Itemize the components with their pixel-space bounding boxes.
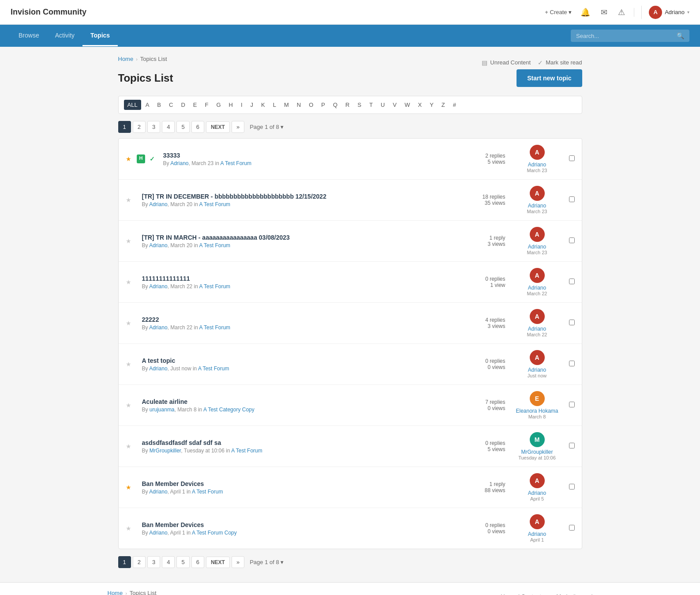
select-topic-checkbox[interactable]: [569, 320, 575, 325]
star-button[interactable]: ★: [126, 443, 131, 450]
alpha-btn-#[interactable]: #: [449, 100, 460, 110]
nav-browse[interactable]: Browse: [11, 26, 47, 46]
alpha-btn-w[interactable]: W: [401, 100, 413, 110]
star-button[interactable]: ★: [126, 320, 131, 327]
topic-title[interactable]: [TR] TR IN MARCH - aaaaaaaaaaaaaaaa 03/0…: [142, 234, 290, 241]
page-btn-1[interactable]: 1: [118, 556, 131, 568]
topic-author[interactable]: Adriano: [149, 365, 167, 372]
notifications-icon[interactable]: 🔔: [579, 6, 592, 19]
messages-icon[interactable]: ✉: [599, 6, 609, 19]
topic-checkbox[interactable]: [569, 196, 575, 203]
last-user[interactable]: Eleanora Hokama: [516, 408, 558, 414]
topic-forum[interactable]: A Test Forum: [221, 160, 251, 166]
topic-author[interactable]: MrGroupkiller: [150, 448, 181, 454]
alpha-btn-r[interactable]: R: [342, 100, 353, 110]
start-new-topic-button[interactable]: Start new topic: [517, 69, 582, 87]
star-button[interactable]: ★: [126, 237, 131, 245]
topic-checkbox[interactable]: [569, 237, 575, 245]
select-topic-checkbox[interactable]: [569, 402, 575, 407]
last-user[interactable]: Adriano: [528, 244, 546, 250]
topic-checkbox[interactable]: [569, 361, 575, 368]
alpha-btn-k[interactable]: K: [258, 100, 269, 110]
alpha-btn-y[interactable]: Y: [426, 100, 437, 110]
alpha-btn-n[interactable]: N: [293, 100, 304, 110]
topic-author[interactable]: Adriano: [149, 242, 167, 249]
star-button[interactable]: ★: [126, 155, 131, 162]
topic-title[interactable]: A test topic: [142, 357, 176, 364]
footer-breadcrumb-home[interactable]: Home: [108, 590, 123, 595]
alpha-btn-d[interactable]: D: [177, 100, 188, 110]
alpha-btn-m[interactable]: M: [281, 100, 292, 110]
footer-unread-content-link[interactable]: ▤ Unread Content: [492, 593, 541, 595]
alpha-btn-g[interactable]: G: [213, 100, 224, 110]
page-btn-2[interactable]: 2: [133, 556, 146, 568]
topic-author[interactable]: Adriano: [149, 530, 167, 536]
topic-checkbox[interactable]: [569, 279, 575, 286]
pagination-more[interactable]: »: [232, 556, 244, 568]
topic-author[interactable]: Adriano: [149, 489, 167, 495]
breadcrumb-home[interactable]: Home: [118, 56, 134, 62]
topic-checkbox[interactable]: [569, 443, 575, 450]
topic-checkbox[interactable]: [569, 525, 575, 532]
alpha-btn-l[interactable]: L: [270, 100, 280, 110]
alpha-btn-z[interactable]: Z: [438, 100, 449, 110]
page-btn-2[interactable]: 2: [133, 121, 146, 133]
select-topic-checkbox[interactable]: [569, 237, 575, 243]
alpha-btn-o[interactable]: O: [305, 100, 317, 110]
alpha-btn-all[interactable]: ALL: [124, 100, 141, 110]
alpha-btn-h[interactable]: H: [225, 100, 236, 110]
topic-author[interactable]: Adriano: [149, 324, 167, 331]
alpha-btn-c[interactable]: C: [165, 100, 176, 110]
page-btn-4[interactable]: 4: [162, 121, 175, 133]
alpha-btn-q[interactable]: Q: [329, 100, 341, 110]
topic-forum[interactable]: A Test Category Copy: [203, 407, 255, 413]
pagination-next[interactable]: NEXT: [206, 557, 230, 568]
select-topic-checkbox[interactable]: [569, 361, 575, 366]
page-btn-3[interactable]: 3: [147, 121, 160, 133]
last-user[interactable]: Adriano: [528, 490, 546, 496]
topic-title[interactable]: 11111111111111: [142, 275, 190, 282]
last-user[interactable]: Adriano: [528, 285, 546, 291]
star-button[interactable]: ★: [126, 484, 131, 491]
topic-author[interactable]: Adriano: [149, 201, 167, 207]
search-icon[interactable]: 🔍: [677, 32, 684, 39]
alpha-btn-f[interactable]: F: [201, 100, 212, 110]
star-button[interactable]: ★: [126, 402, 131, 409]
topic-title[interactable]: asdsdfasdfasdf sdaf sdf sa: [142, 439, 221, 446]
alpha-btn-i[interactable]: I: [237, 100, 246, 110]
topic-title[interactable]: Aculeate airline: [142, 398, 188, 405]
page-btn-5[interactable]: 5: [176, 556, 189, 568]
alpha-btn-b[interactable]: B: [153, 100, 165, 110]
select-topic-checkbox[interactable]: [569, 484, 575, 490]
page-btn-5[interactable]: 5: [176, 121, 189, 133]
unread-content-link[interactable]: ▤ Unread Content: [482, 59, 531, 66]
nav-topics[interactable]: Topics: [82, 26, 118, 46]
select-topic-checkbox[interactable]: [569, 525, 575, 531]
alpha-btn-s[interactable]: S: [354, 100, 365, 110]
topic-forum[interactable]: A Test Forum: [199, 242, 230, 249]
topic-title[interactable]: Ban Member Devices: [142, 480, 204, 487]
alerts-icon[interactable]: ⚠: [616, 6, 627, 19]
page-btn-4[interactable]: 4: [162, 556, 175, 568]
alpha-btn-u[interactable]: U: [377, 100, 388, 110]
topic-forum[interactable]: A Test Forum: [199, 201, 230, 207]
last-user[interactable]: Adriano: [528, 203, 546, 209]
page-btn-6[interactable]: 6: [191, 556, 204, 568]
page-info-select[interactable]: Page 1 of 8 ▾: [250, 124, 284, 130]
topic-forum[interactable]: A Test Forum: [199, 324, 230, 331]
last-user[interactable]: MrGroupkiller: [521, 449, 553, 455]
select-topic-checkbox[interactable]: [569, 196, 575, 202]
user-menu[interactable]: A Adriano ▾: [641, 6, 689, 19]
alpha-btn-v[interactable]: V: [389, 100, 401, 110]
topic-title[interactable]: Ban Member Devices: [142, 521, 204, 528]
topic-author[interactable]: urujuanma: [150, 407, 175, 413]
select-topic-checkbox[interactable]: [569, 279, 575, 284]
nav-activity[interactable]: Activity: [47, 26, 82, 46]
topic-title[interactable]: [TR] TR IN DECEMBER - bbbbbbbbbbbbbbbbbb…: [142, 193, 326, 200]
star-button[interactable]: ★: [126, 361, 131, 368]
topic-checkbox[interactable]: [569, 155, 575, 162]
page-btn-6[interactable]: 6: [191, 121, 204, 133]
topic-title[interactable]: 33333: [163, 152, 180, 159]
alpha-btn-e[interactable]: E: [190, 100, 201, 110]
topic-checkbox[interactable]: [569, 484, 575, 491]
